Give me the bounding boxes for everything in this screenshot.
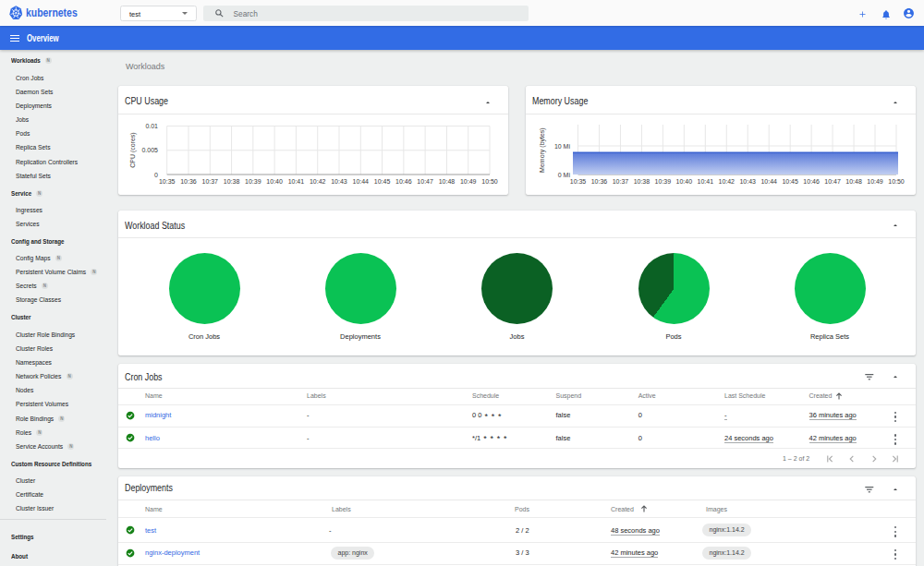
svg-text:10:44: 10:44 bbox=[353, 178, 370, 185]
svg-text:10:49: 10:49 bbox=[867, 178, 883, 185]
svg-text:Memory (bytes): Memory (bytes) bbox=[539, 127, 546, 173]
svg-text:0.01: 0.01 bbox=[145, 123, 158, 129]
svg-text:10:50: 10:50 bbox=[481, 178, 498, 185]
svg-text:10 Mi: 10 Mi bbox=[554, 143, 571, 150]
svg-text:10:39: 10:39 bbox=[655, 178, 672, 185]
svg-text:10:41: 10:41 bbox=[288, 178, 305, 185]
svg-text:10:40: 10:40 bbox=[266, 178, 283, 185]
svg-text:10:47: 10:47 bbox=[824, 178, 841, 185]
svg-text:0 Mi: 0 Mi bbox=[558, 172, 571, 178]
svg-text:10:45: 10:45 bbox=[782, 178, 798, 185]
svg-text:10:46: 10:46 bbox=[803, 178, 820, 185]
svg-text:10:40: 10:40 bbox=[676, 178, 693, 185]
svg-text:10:42: 10:42 bbox=[310, 178, 326, 185]
svg-text:10:36: 10:36 bbox=[591, 178, 608, 185]
svg-text:10:49: 10:49 bbox=[460, 178, 477, 185]
svg-text:0.005: 0.005 bbox=[141, 147, 158, 153]
svg-text:10:48: 10:48 bbox=[845, 178, 862, 185]
svg-text:10:41: 10:41 bbox=[698, 178, 714, 185]
svg-text:10:46: 10:46 bbox=[395, 178, 412, 185]
svg-text:10:39: 10:39 bbox=[245, 178, 261, 185]
svg-text:0: 0 bbox=[154, 172, 158, 178]
svg-text:10:48: 10:48 bbox=[439, 178, 456, 185]
svg-text:10:38: 10:38 bbox=[224, 178, 240, 185]
svg-text:10:38: 10:38 bbox=[634, 178, 650, 185]
svg-text:10:37: 10:37 bbox=[202, 178, 219, 185]
svg-text:10:36: 10:36 bbox=[180, 178, 197, 185]
svg-text:10:43: 10:43 bbox=[739, 178, 756, 185]
svg-text:10:44: 10:44 bbox=[760, 178, 777, 185]
svg-text:10:43: 10:43 bbox=[331, 178, 347, 185]
svg-text:10:35: 10:35 bbox=[570, 178, 587, 185]
svg-text:10:45: 10:45 bbox=[374, 178, 391, 185]
svg-text:10:47: 10:47 bbox=[417, 178, 433, 185]
svg-text:10:35: 10:35 bbox=[159, 178, 176, 185]
svg-text:10:50: 10:50 bbox=[888, 178, 905, 185]
svg-text:CPU (cores): CPU (cores) bbox=[129, 132, 137, 168]
svg-text:10:42: 10:42 bbox=[719, 178, 736, 185]
svg-text:10:37: 10:37 bbox=[613, 178, 629, 185]
